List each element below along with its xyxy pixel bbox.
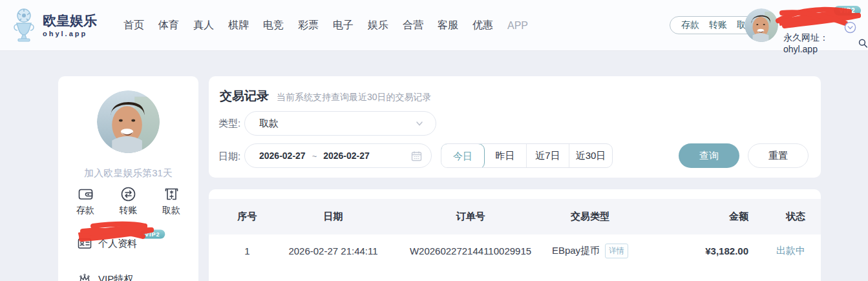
quick-range-group: 今日 昨日 近7日 近30日 xyxy=(441,143,613,168)
sidebar-deposit-label: 存款 xyxy=(76,205,94,216)
nav-item-app[interactable]: APP xyxy=(507,20,528,32)
nav-item-sports[interactable]: 体育 xyxy=(158,19,179,32)
sidebar-vip-label: VIP特权 xyxy=(98,273,133,281)
top-bar: 欧皇娱乐 ohyl.app 首页 体育 真人 棋牌 电竞 彩票 电子 娱乐 合营… xyxy=(0,0,868,51)
type-filter-label: 类型: xyxy=(218,118,240,130)
cell-index: 1 xyxy=(224,245,270,256)
logo-title: 欧皇娱乐 xyxy=(43,13,97,28)
transfer-icon xyxy=(120,186,136,202)
site-logo[interactable]: 欧皇娱乐 ohyl.app xyxy=(10,8,97,43)
sidebar-transfer-label: 转账 xyxy=(120,205,138,216)
permanent-url: 永久网址：ohyl.app xyxy=(783,32,868,54)
page-subtitle: 当前系统支持查询最近30日的交易记录 xyxy=(277,92,432,103)
nav-item-slots[interactable]: 电子 xyxy=(333,19,354,32)
transaction-table-card: 序号 日期 订单号 交易类型 金额 状态 1 2026-02-27 21:44:… xyxy=(209,189,821,281)
date-range-separator: ~ xyxy=(312,151,317,161)
sidebar-deposit-button[interactable]: 存款 xyxy=(76,186,94,216)
reset-button[interactable]: 重置 xyxy=(748,143,809,168)
calendar-icon[interactable] xyxy=(411,151,422,161)
wallet-icon xyxy=(78,186,94,202)
chevron-down-icon xyxy=(415,119,424,128)
nav-item-lottery[interactable]: 彩票 xyxy=(298,19,319,32)
trophy-logo-icon xyxy=(10,8,37,43)
sidebar-item-vip[interactable]: VIP特权 xyxy=(78,272,133,281)
logo-text: 欧皇娱乐 ohyl.app xyxy=(43,13,97,37)
nav-item-chess[interactable]: 棋牌 xyxy=(228,19,249,32)
main-nav: 首页 体育 真人 棋牌 电竞 彩票 电子 娱乐 合营 客服 优惠 APP xyxy=(123,0,528,51)
col-header-date: 日期 xyxy=(270,211,396,223)
cell-type: EBpay提币 详情 xyxy=(545,244,635,258)
transfer-link[interactable]: 转账 xyxy=(709,19,727,31)
nav-item-support[interactable]: 客服 xyxy=(438,19,458,32)
chevron-down-icon[interactable] xyxy=(844,21,856,34)
title-row: 交易记录 当前系统支持查询最近30日的交易记录 xyxy=(220,88,432,105)
search-button[interactable]: 查询 xyxy=(679,143,739,168)
col-header-order-no: 订单号 xyxy=(396,211,545,223)
profile-avatar xyxy=(97,90,160,153)
nav-item-esports[interactable]: 电竞 xyxy=(263,19,284,32)
transaction-filter-card: 交易记录 当前系统支持查询最近30日的交易记录 类型: 取款 日期: 2026-… xyxy=(209,76,821,178)
date-filter-label: 日期: xyxy=(218,151,240,163)
date-range-input[interactable]: 2026-02-27 ~ 2026-02-27 xyxy=(244,143,432,168)
cell-date: 2026-02-27 21:44:11 xyxy=(270,245,396,256)
nav-item-affiliate[interactable]: 合营 xyxy=(403,19,423,32)
page-title: 交易记录 xyxy=(220,88,269,105)
col-header-type: 交易类型 xyxy=(545,211,635,223)
nav-item-entertainment[interactable]: 娱乐 xyxy=(368,19,388,32)
logo-subtitle: ohyl.app xyxy=(43,30,97,37)
cell-status: 出款中 xyxy=(748,245,805,257)
range-7days-button[interactable]: 近7日 xyxy=(527,144,569,167)
range-yesterday-button[interactable]: 昨日 xyxy=(484,144,527,167)
nav-item-live[interactable]: 真人 xyxy=(193,19,214,32)
type-select[interactable]: 取款 xyxy=(244,111,436,136)
cell-order-no: W202602272144110029915 xyxy=(396,245,545,256)
permanent-url-text: 永久网址：ohyl.app xyxy=(783,32,856,54)
col-header-status: 状态 xyxy=(748,211,805,223)
range-today-button[interactable]: 今日 xyxy=(441,143,485,168)
sidebar-action-row: 存款 转账 取款 xyxy=(58,186,198,216)
search-icon[interactable] xyxy=(858,38,868,48)
sidebar-transfer-button[interactable]: 转账 xyxy=(120,186,138,216)
transaction-type-text: EBpay提币 xyxy=(552,245,600,257)
table-row: 1 2026-02-27 21:44:11 W20260227214411002… xyxy=(209,234,821,267)
sidebar-withdraw-label: 取款 xyxy=(162,205,180,216)
deposit-link[interactable]: 存款 xyxy=(681,19,699,31)
nav-item-home[interactable]: 首页 xyxy=(123,19,144,32)
date-from-value: 2026-02-27 xyxy=(259,151,306,161)
table-header-row: 序号 日期 订单号 交易类型 金额 状态 xyxy=(209,199,821,234)
page: 欧皇娱乐 ohyl.app 首页 体育 真人 棋牌 电竞 彩票 电子 娱乐 合营… xyxy=(0,0,868,281)
type-select-value: 取款 xyxy=(259,118,415,130)
profile-sidebar: VIP2 加入欧皇娱乐第31天 存款 xyxy=(58,76,198,281)
detail-button[interactable]: 详情 xyxy=(605,244,628,258)
col-header-amount: 金额 xyxy=(635,211,748,223)
date-to-value: 2026-02-27 xyxy=(323,151,370,161)
range-30days-button[interactable]: 近30日 xyxy=(569,144,612,167)
cell-amount: ¥3,182.00 xyxy=(635,245,748,256)
sidebar-withdraw-button[interactable]: 取款 xyxy=(162,186,180,216)
crown-icon xyxy=(78,272,92,281)
redacted-username-scribble xyxy=(75,220,159,242)
col-header-index: 序号 xyxy=(224,211,270,223)
join-days-text: 加入欧皇娱乐第31天 xyxy=(58,167,198,180)
nav-item-promos[interactable]: 优惠 xyxy=(472,19,493,32)
withdraw-icon xyxy=(164,186,180,202)
